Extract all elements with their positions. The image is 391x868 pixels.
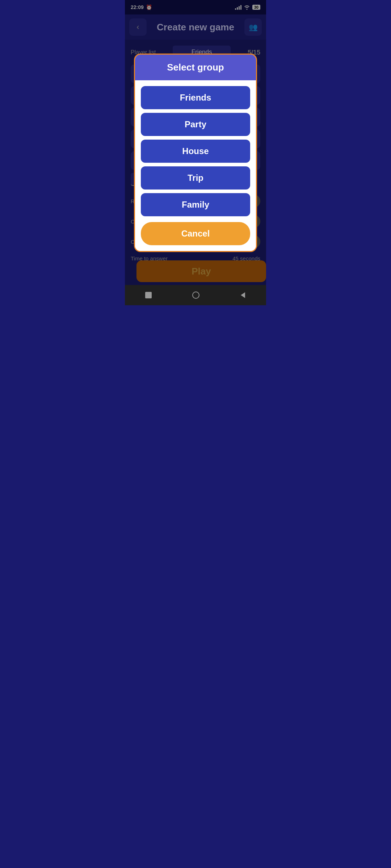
modal-header: Select group <box>135 55 256 80</box>
modal-title: Select group <box>167 62 224 73</box>
modal-footer: Cancel <box>135 216 256 251</box>
modal-overlay: Select group Friends Party House Trip Fa… <box>125 0 266 305</box>
cancel-button[interactable]: Cancel <box>141 222 250 245</box>
group-option-trip[interactable]: Trip <box>141 166 250 190</box>
select-group-modal: Select group Friends Party House Trip Fa… <box>134 54 257 252</box>
group-option-house[interactable]: House <box>141 140 250 163</box>
group-option-family[interactable]: Family <box>141 193 250 216</box>
group-option-friends[interactable]: Friends <box>141 86 250 109</box>
modal-body: Friends Party House Trip Family <box>135 80 256 216</box>
group-option-party[interactable]: Party <box>141 113 250 136</box>
